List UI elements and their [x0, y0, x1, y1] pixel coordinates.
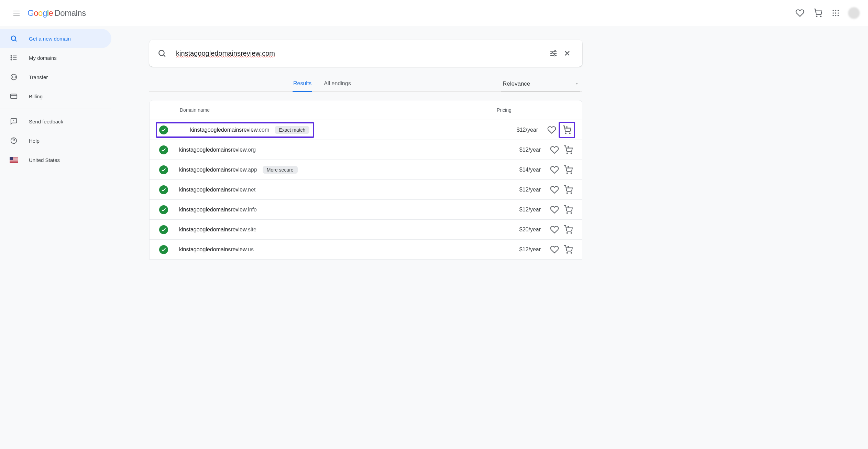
favorite-button[interactable]: [548, 223, 561, 237]
svg-point-36: [567, 193, 568, 193]
domain-price: $14/year: [513, 167, 541, 173]
svg-point-41: [571, 232, 572, 233]
domain-name: kinstagoogledomainsreview.org: [179, 147, 513, 153]
svg-point-6: [835, 12, 836, 14]
svg-point-27: [554, 51, 556, 52]
add-cart-icon: [564, 165, 573, 174]
credit-card-icon: [10, 92, 18, 100]
header-bar: Google Domains: [0, 0, 868, 26]
feedback-icon: [10, 117, 18, 125]
add-to-cart-button[interactable]: [561, 203, 575, 217]
svg-point-12: [11, 55, 12, 56]
favorite-button[interactable]: [548, 143, 561, 157]
svg-point-39: [571, 212, 572, 213]
favorite-button[interactable]: [548, 203, 561, 217]
more-secure-badge: More secure: [263, 166, 298, 174]
sidebar-item-help[interactable]: Help: [0, 131, 111, 150]
svg-point-40: [567, 232, 568, 233]
favorites-button[interactable]: [792, 5, 808, 21]
tab-all-endings[interactable]: All endings: [318, 80, 357, 91]
sidebar-item-feedback[interactable]: Send feedback: [0, 112, 111, 131]
domain-price: $12/year: [510, 127, 538, 133]
apps-launcher-button[interactable]: [827, 5, 844, 21]
account-avatar[interactable]: [848, 7, 860, 19]
domain-name: kinstagoogledomainsreview.us: [179, 247, 513, 253]
svg-point-3: [835, 10, 836, 11]
available-check-icon: [159, 225, 168, 234]
favorite-button[interactable]: [548, 163, 561, 177]
sidebar-item-get-domain[interactable]: Get a new domain: [0, 29, 111, 48]
add-cart-icon: [564, 245, 573, 254]
sidebar-item-billing[interactable]: Billing: [0, 87, 111, 106]
google-domains-logo[interactable]: Google Domains: [28, 8, 86, 18]
result-row[interactable]: kinstagoogledomainsreview.site $20/year: [150, 219, 582, 239]
favorite-button[interactable]: [548, 243, 561, 256]
help-icon: [10, 136, 18, 145]
svg-rect-25: [10, 157, 13, 160]
favorite-button[interactable]: [548, 183, 561, 197]
add-cart-icon: [564, 145, 573, 154]
domain-price: $12/year: [513, 247, 541, 253]
add-to-cart-button[interactable]: [560, 123, 574, 137]
sidebar-item-label: My domains: [29, 55, 57, 61]
svg-point-34: [567, 173, 568, 173]
available-check-icon: [159, 125, 168, 134]
svg-point-35: [571, 173, 572, 173]
us-flag-icon: [10, 156, 18, 164]
results-tab-row: Results All endings Relevance: [149, 80, 582, 92]
svg-point-0: [816, 16, 817, 17]
domain-name: kinstagoogledomainsreview.site: [179, 227, 513, 233]
add-cart-icon: [564, 185, 573, 194]
result-row[interactable]: kinstagoogledomainsreview.net $12/year: [150, 179, 582, 199]
heart-icon: [550, 245, 559, 254]
domain-price: $12/year: [513, 147, 541, 153]
domain-name: kinstagoogledomainsreview.info: [179, 207, 513, 213]
search-filters-button[interactable]: [547, 46, 560, 60]
svg-point-1: [821, 16, 821, 17]
svg-point-2: [833, 10, 834, 11]
favorite-button[interactable]: [545, 123, 559, 137]
svg-rect-22: [10, 160, 18, 161]
add-cart-icon: [564, 205, 573, 214]
domain-price: $12/year: [513, 207, 541, 213]
results-header-row: Domain name Pricing: [150, 100, 582, 120]
svg-point-9: [835, 15, 836, 16]
add-to-cart-button[interactable]: [561, 163, 575, 177]
svg-point-42: [567, 252, 568, 253]
add-cart-icon: [562, 125, 571, 134]
add-to-cart-button[interactable]: [561, 183, 575, 197]
result-row[interactable]: kinstagoogledomainsreview.appMore secure…: [150, 160, 582, 179]
result-row[interactable]: kinstagoogledomainsreview.info $12/year: [150, 199, 582, 219]
result-row[interactable]: kinstagoogledomainsreview.us $12/year: [150, 239, 582, 259]
sidebar-separator: [0, 109, 111, 109]
clear-search-button[interactable]: [560, 46, 574, 60]
result-row[interactable]: kinstagoogledomainsreview.com Exact matc…: [150, 120, 582, 140]
sidebar-item-my-domains[interactable]: My domains: [0, 48, 111, 67]
domain-search-input[interactable]: [176, 50, 547, 57]
grid-icon: [832, 9, 839, 17]
svg-point-11: [11, 36, 16, 41]
available-check-icon: [159, 165, 168, 174]
svg-rect-24: [10, 162, 18, 162]
sidebar-item-transfer[interactable]: Transfer: [0, 67, 111, 87]
svg-point-32: [567, 153, 568, 153]
add-to-cart-button[interactable]: [561, 243, 575, 256]
sort-dropdown[interactable]: Relevance: [501, 80, 580, 91]
hamburger-menu-button[interactable]: [8, 5, 25, 21]
add-to-cart-button[interactable]: [561, 223, 575, 237]
close-icon: [563, 49, 571, 57]
search-icon: [10, 34, 18, 43]
heart-icon: [795, 9, 804, 18]
svg-point-38: [567, 212, 568, 213]
sidebar-item-region[interactable]: United States: [0, 150, 111, 169]
heart-icon: [547, 125, 556, 134]
result-row[interactable]: kinstagoogledomainsreview.org $12/year: [150, 140, 582, 160]
sidebar: Get a new domain My domains Transfer Bil…: [0, 26, 111, 449]
domain-name: kinstagoogledomainsreview.appMore secure: [179, 166, 513, 174]
svg-rect-23: [10, 161, 18, 161]
add-to-cart-button[interactable]: [561, 143, 575, 157]
tune-icon: [549, 49, 558, 57]
cart-button[interactable]: [810, 5, 826, 21]
tab-results[interactable]: Results: [287, 80, 318, 91]
svg-point-43: [571, 252, 572, 253]
